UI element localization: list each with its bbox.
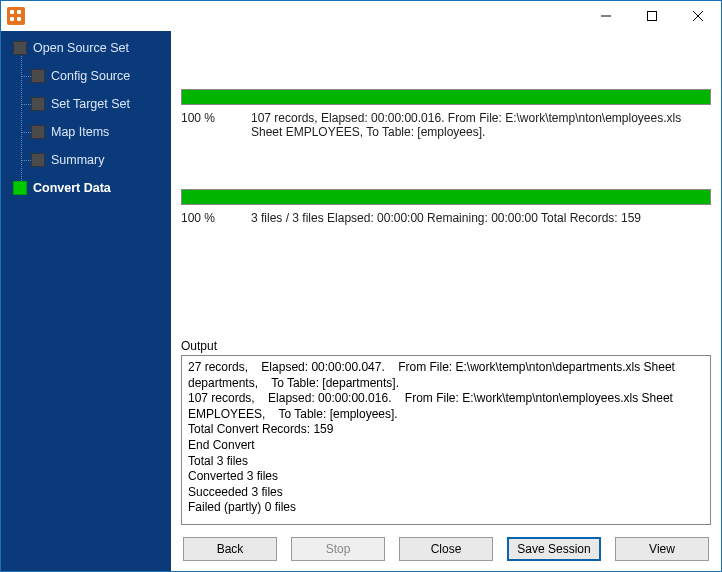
close-window-button[interactable] [675,1,721,31]
maximize-icon [647,11,657,21]
overall-progress-percent: 100 % [181,211,241,225]
step-label: Set Target Set [51,97,130,111]
maximize-button[interactable] [629,1,675,31]
step-label: Open Source Set [33,41,129,55]
minimize-icon [601,11,611,21]
output-label: Output [181,339,711,353]
stop-button: Stop [291,537,385,561]
titlebar [1,1,721,31]
step-label: Map Items [51,125,109,139]
step-summary[interactable]: Summary [31,153,165,167]
file-progress-details: 107 records, Elapsed: 00:00:00.016. From… [251,111,711,139]
step-marker-icon [13,181,27,195]
output-log[interactable]: 27 records, Elapsed: 00:00:00.047. From … [181,355,711,525]
minimize-button[interactable] [583,1,629,31]
overall-progress-details: 3 files / 3 files Elapsed: 00:00:00 Rema… [251,211,711,225]
file-progress-bar [181,89,711,105]
file-progress-fill [182,90,710,104]
overall-progress-fill [182,190,710,204]
overall-progress-bar [181,189,711,205]
app-window: Open Source Set Config Source Set Target… [0,0,722,572]
back-button[interactable]: Back [183,537,277,561]
step-open-source-set[interactable]: Open Source Set [13,41,165,55]
step-label: Summary [51,153,104,167]
close-icon [693,11,703,21]
file-progress-percent: 100 % [181,111,241,139]
main-panel: 100 % 107 records, Elapsed: 00:00:00.016… [171,31,721,571]
step-config-source[interactable]: Config Source [31,69,165,83]
step-marker-icon [31,153,45,167]
step-marker-icon [31,97,45,111]
step-map-items[interactable]: Map Items [31,125,165,139]
step-set-target-set[interactable]: Set Target Set [31,97,165,111]
step-label: Convert Data [33,181,111,195]
step-marker-icon [31,125,45,139]
tree-connector-line [21,51,22,195]
step-convert-data[interactable]: Convert Data [13,181,165,195]
step-marker-icon [13,41,27,55]
wizard-sidebar: Open Source Set Config Source Set Target… [1,31,171,571]
button-row: Back Stop Close Save Session View [181,537,711,561]
svg-rect-1 [648,12,657,21]
close-button[interactable]: Close [399,537,493,561]
step-marker-icon [31,69,45,83]
step-label: Config Source [51,69,130,83]
app-icon [7,7,25,25]
save-session-button[interactable]: Save Session [507,537,601,561]
view-button[interactable]: View [615,537,709,561]
